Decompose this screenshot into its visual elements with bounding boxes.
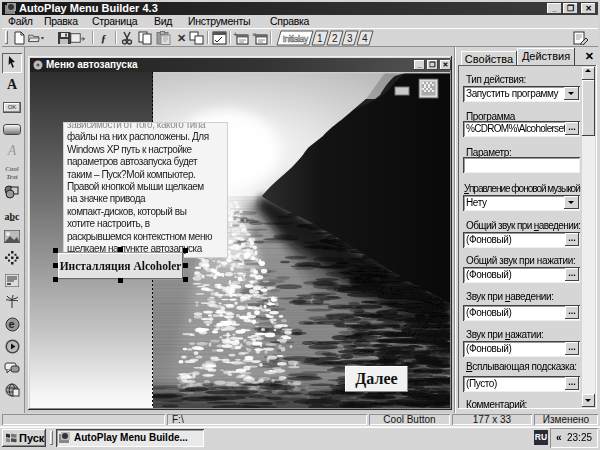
svg-text:e: e [8,318,14,330]
svg-text:3: 3 [347,33,353,44]
svg-text:4: 4 [362,33,368,44]
svg-text:2: 2 [332,33,338,44]
svg-text:Initialay: Initialay [283,34,309,44]
svg-text:1: 1 [317,33,323,44]
